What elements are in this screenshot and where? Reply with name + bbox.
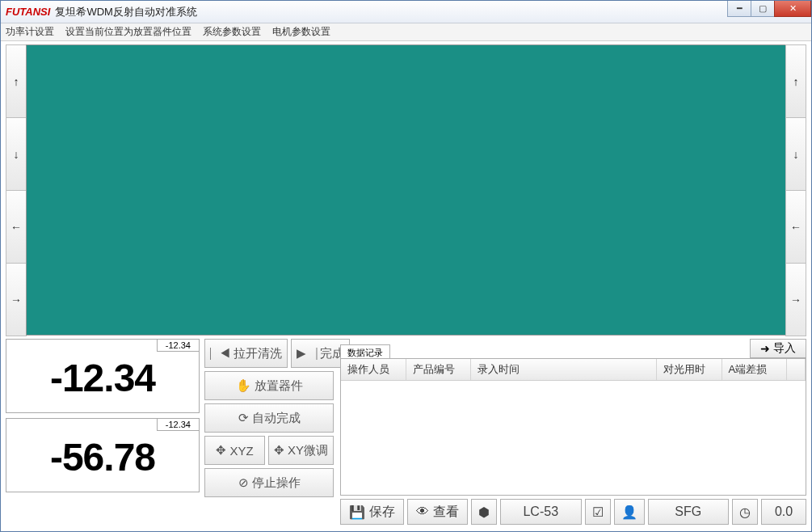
place-device-button[interactable]: ✋ 放置器件 [204, 371, 334, 400]
right-down-1[interactable]: ↓ [785, 117, 806, 191]
hand-icon: ✋ [236, 378, 251, 393]
left-left-1[interactable]: ← [6, 190, 27, 264]
clock-icon: ◷ [739, 505, 751, 520]
col-product[interactable]: 产品编号 [406, 359, 470, 381]
import-icon: ➜ [760, 342, 770, 355]
menubar: 功率计设置 设置当前位置为放置器件位置 系统参数设置 电机参数设置 [1, 23, 811, 41]
package-icon: ⬢ [478, 505, 490, 520]
eye-icon: 👁 [416, 505, 429, 519]
right-right-2[interactable]: → [785, 263, 806, 336]
move-icon: ✥ [274, 443, 284, 458]
clock-button[interactable]: ◷ [732, 499, 758, 525]
operator-display[interactable]: SFG [648, 499, 730, 525]
right-up-1[interactable]: ↑ [785, 44, 806, 118]
titlebar: FUTANSI 复坦希WDM反射自动对准系统 ━ ▢ ✕ [1, 1, 811, 23]
time-display: 0.0 [761, 499, 806, 525]
right-panel: ➜ 导入 数据记录 操作人员 产品编号 录入时间 对光用时 [340, 339, 806, 525]
right-left-2[interactable]: ← [785, 190, 806, 264]
left-nav-col: ↑ ↓ ← → [6, 44, 27, 336]
readout-1-small: -12.34 [157, 339, 200, 352]
view-area: ↑ ↓ ← → ↑ ↓ ← → [6, 44, 806, 336]
menu-set-position[interactable]: 设置当前位置为放置器件位置 [65, 25, 191, 39]
bottom-bar: 💾 保存 👁 查看 ⬢ LC-53 ☑ [340, 499, 806, 525]
operator-value: SFG [664, 505, 713, 519]
product-display[interactable]: LC-53 [500, 499, 582, 525]
logo: FUTANSI [6, 6, 50, 18]
time-value: 0.0 [770, 505, 797, 519]
col-a-loss[interactable]: A端差损 [722, 359, 786, 381]
left-right-1[interactable]: → [6, 263, 27, 336]
lower-area: -12.34 -12.34 -12.34 -56.78 ⎸◀ 拉开清洗 ▶⎹ [6, 339, 806, 525]
xy-fine-button[interactable]: ✥ XY微调 [268, 436, 334, 465]
box-button[interactable]: ⬢ [471, 499, 497, 525]
tabset: 数据记录 [340, 344, 390, 358]
close-button[interactable]: ✕ [774, 1, 811, 17]
user-icon: 👤 [621, 505, 637, 520]
data-table-box[interactable]: 操作人员 产品编号 录入时间 对光用时 A端差损 [340, 358, 806, 496]
pull-clean-button[interactable]: ⎸◀ 拉开清洗 [204, 339, 288, 368]
col-spacer [787, 359, 806, 381]
menu-motor-params[interactable]: 电机参数设置 [272, 25, 330, 39]
stop-icon: ⊘ [238, 475, 249, 490]
import-button[interactable]: ➜ 导入 [750, 339, 806, 358]
readout-panel: -12.34 -12.34 -12.34 -56.78 [6, 339, 200, 497]
readout-2: -12.34 -56.78 [6, 418, 200, 492]
operation-buttons: ⎸◀ 拉开清洗 ▶⎹ 完成 ✋ 放置器件 ⟳ [204, 339, 334, 500]
readout-1-big: -12.34 [10, 343, 196, 414]
maximize-button[interactable]: ▢ [751, 1, 775, 17]
menu-power-meter[interactable]: 功率计设置 [6, 25, 54, 39]
repeat-icon: ⟳ [238, 411, 249, 425]
readout-2-big: -56.78 [10, 422, 196, 493]
menu-system-params[interactable]: 系统参数设置 [203, 25, 261, 39]
move-icon: ✥ [216, 443, 226, 458]
view-button[interactable]: 👁 查看 [407, 499, 468, 525]
readout-1: -12.34 -12.34 [6, 339, 200, 413]
minimize-button[interactable]: ━ [727, 1, 751, 17]
user-button[interactable]: 👤 [614, 499, 645, 525]
stop-button[interactable]: ⊘ 停止操作 [204, 468, 334, 497]
col-align-time[interactable]: 对光用时 [657, 359, 722, 381]
auto-complete-button[interactable]: ⟳ 自动完成 [204, 403, 334, 433]
save-button[interactable]: 💾 保存 [340, 499, 404, 525]
window-title: 复坦希WDM反射自动对准系统 [55, 5, 197, 19]
check-icon: ☑ [592, 505, 604, 520]
window-controls: ━ ▢ ✕ [728, 1, 811, 17]
col-operator[interactable]: 操作人员 [341, 359, 406, 381]
save-icon: 💾 [349, 505, 365, 520]
col-entry-time[interactable]: 录入时间 [471, 359, 657, 381]
right-nav-col: ↑ ↓ ← → [785, 44, 806, 336]
product-value: LC-53 [516, 505, 565, 519]
content-area: ↑ ↓ ← → ↑ ↓ ← → -12.34 -12.34 -12.34 [6, 44, 806, 525]
app-window: FUTANSI 复坦希WDM反射自动对准系统 ━ ▢ ✕ 功率计设置 设置当前位… [0, 0, 812, 532]
video-canvas[interactable] [26, 44, 786, 336]
xyz-button[interactable]: ✥ XYZ [204, 436, 265, 465]
skip-fwd-icon: ▶⎹ [297, 346, 317, 361]
data-table: 操作人员 产品编号 录入时间 对光用时 A端差损 [341, 359, 806, 381]
left-up-1[interactable]: ↑ [6, 44, 27, 118]
skip-back-icon: ⎸◀ [210, 346, 230, 361]
check-button[interactable]: ☑ [585, 499, 611, 525]
left-down-1[interactable]: ↓ [6, 117, 27, 191]
readout-2-small: -12.34 [157, 418, 200, 431]
